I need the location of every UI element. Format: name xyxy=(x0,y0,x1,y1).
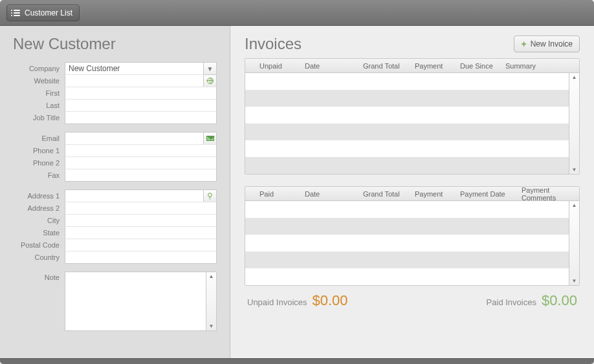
scroll-up-icon[interactable]: ▲ xyxy=(572,74,577,80)
invoices-pane: Invoices + New Invoice Unpaid Date Grand… xyxy=(230,26,594,358)
fax-label: Fax xyxy=(13,171,65,179)
invoices-title: Invoices xyxy=(245,35,302,53)
unpaid-total-label: Unpaid Invoices xyxy=(247,297,307,307)
col-grandtotal[interactable]: Grand Total xyxy=(360,62,412,70)
note-textarea[interactable] xyxy=(65,272,206,331)
scroll-down-icon[interactable]: ▼ xyxy=(572,278,577,284)
email-send-button[interactable] xyxy=(204,132,217,145)
address2-input[interactable] xyxy=(65,202,217,215)
table-row[interactable] xyxy=(245,252,569,268)
mail-icon xyxy=(206,136,214,141)
paid-total-amount: $0.00 xyxy=(542,292,577,309)
fax-input[interactable] xyxy=(65,169,217,182)
unpaid-table: Unpaid Date Grand Total Payment Due Sinc… xyxy=(245,58,580,175)
paid-table-header: Paid Date Grand Total Payment Payment Da… xyxy=(245,187,579,201)
table-row[interactable] xyxy=(245,235,569,252)
contact-group: Email Phone 1 Phone 2 Fax xyxy=(13,132,217,182)
phone1-label: Phone 1 xyxy=(13,147,65,155)
table-row[interactable] xyxy=(245,268,569,285)
scroll-up-icon[interactable]: ▲ xyxy=(572,202,577,208)
first-input[interactable] xyxy=(65,87,217,100)
table-row[interactable] xyxy=(245,140,569,157)
phone1-input[interactable] xyxy=(65,144,217,157)
scroll-down-icon[interactable]: ▼ xyxy=(209,323,214,329)
phone2-input[interactable] xyxy=(65,156,217,169)
chevron-down-icon: ▼ xyxy=(207,65,214,72)
address1-input[interactable] xyxy=(65,189,204,202)
last-label: Last xyxy=(13,102,65,109)
customer-list-button[interactable]: Customer List xyxy=(6,5,80,21)
table-row[interactable] xyxy=(245,107,569,123)
col-unpaid[interactable]: Unpaid xyxy=(257,62,302,70)
email-label: Email xyxy=(13,134,65,142)
paid-scrollbar[interactable]: ▲ ▼ xyxy=(569,201,579,285)
email-input[interactable] xyxy=(65,132,204,145)
paid-rows[interactable] xyxy=(245,201,569,285)
address-map-button[interactable]: ⚲ xyxy=(204,189,217,202)
note-scrollbar[interactable]: ▲ ▼ xyxy=(206,272,217,331)
customer-list-label: Customer List xyxy=(25,8,72,17)
address2-label: Address 2 xyxy=(13,204,65,212)
totals-row: Unpaid Invoices $0.00 Paid Invoices $0.0… xyxy=(245,292,580,309)
company-dropdown-button[interactable]: ▼ xyxy=(204,62,217,75)
customer-form-title: New Customer xyxy=(13,35,217,53)
table-row[interactable] xyxy=(245,218,569,235)
map-pin-icon: ⚲ xyxy=(207,191,213,200)
website-input[interactable] xyxy=(65,74,204,87)
website-label: Website xyxy=(13,77,65,85)
unpaid-rows[interactable] xyxy=(245,73,569,174)
customer-form-pane: New Customer Company ▼ Website xyxy=(0,26,230,358)
state-input[interactable] xyxy=(65,226,217,239)
table-row[interactable] xyxy=(245,157,569,174)
country-input[interactable] xyxy=(65,251,217,264)
col-date-paid[interactable]: Date xyxy=(302,190,360,198)
postal-label: Postal Code xyxy=(13,241,65,249)
city-label: City xyxy=(13,217,65,224)
jobtitle-input[interactable] xyxy=(65,111,217,124)
address1-label: Address 1 xyxy=(13,192,65,200)
top-toolbar: Customer List xyxy=(0,0,594,26)
app-window: Customer List New Customer Company ▼ Web… xyxy=(0,0,594,364)
paid-total-label: Paid Invoices xyxy=(487,297,536,307)
company-input[interactable] xyxy=(65,62,204,75)
footer-bar xyxy=(0,358,594,364)
website-open-button[interactable] xyxy=(204,74,217,87)
first-label: First xyxy=(13,89,65,97)
identity-group: Company ▼ Website First xyxy=(13,62,217,124)
unpaid-table-header: Unpaid Date Grand Total Payment Due Sinc… xyxy=(245,59,579,73)
scroll-up-icon[interactable]: ▲ xyxy=(209,273,214,279)
note-label: Note xyxy=(13,272,65,331)
address-group: Address 1 ⚲ Address 2 City State xyxy=(13,189,217,264)
new-invoice-label: New Invoice xyxy=(531,39,573,48)
col-duesince[interactable]: Due Since xyxy=(457,62,503,70)
table-row[interactable] xyxy=(245,201,569,218)
table-row[interactable] xyxy=(245,123,569,140)
table-row[interactable] xyxy=(245,73,569,90)
last-input[interactable] xyxy=(65,99,217,112)
paid-table-body: ▲ ▼ xyxy=(245,201,579,285)
note-group: Note ▲ ▼ xyxy=(13,272,217,331)
col-grandtotal-paid[interactable]: Grand Total xyxy=(360,190,412,198)
unpaid-scrollbar[interactable]: ▲ ▼ xyxy=(569,73,579,174)
state-label: State xyxy=(13,229,65,237)
col-paymentdate[interactable]: Payment Date xyxy=(457,190,519,198)
col-payment-paid[interactable]: Payment xyxy=(412,190,457,198)
col-date[interactable]: Date xyxy=(302,62,360,70)
col-paymentcomments[interactable]: Payment Comments xyxy=(519,186,579,202)
main-body: New Customer Company ▼ Website xyxy=(0,26,594,358)
table-row[interactable] xyxy=(245,90,569,107)
scroll-down-icon[interactable]: ▼ xyxy=(572,167,577,173)
list-icon xyxy=(14,10,20,16)
company-label: Company xyxy=(13,65,65,72)
col-summary[interactable]: Summary xyxy=(503,62,579,70)
col-paid[interactable]: Paid xyxy=(257,190,302,198)
postal-input[interactable] xyxy=(65,239,217,252)
new-invoice-button[interactable]: + New Invoice xyxy=(514,36,580,52)
country-label: Country xyxy=(13,253,65,261)
paid-table: Paid Date Grand Total Payment Payment Da… xyxy=(245,186,580,286)
city-input[interactable] xyxy=(65,214,217,227)
plus-icon: + xyxy=(521,39,526,48)
jobtitle-label: Job Title xyxy=(13,114,65,122)
paid-total: Paid Invoices $0.00 xyxy=(487,292,577,309)
col-payment[interactable]: Payment xyxy=(412,62,457,70)
